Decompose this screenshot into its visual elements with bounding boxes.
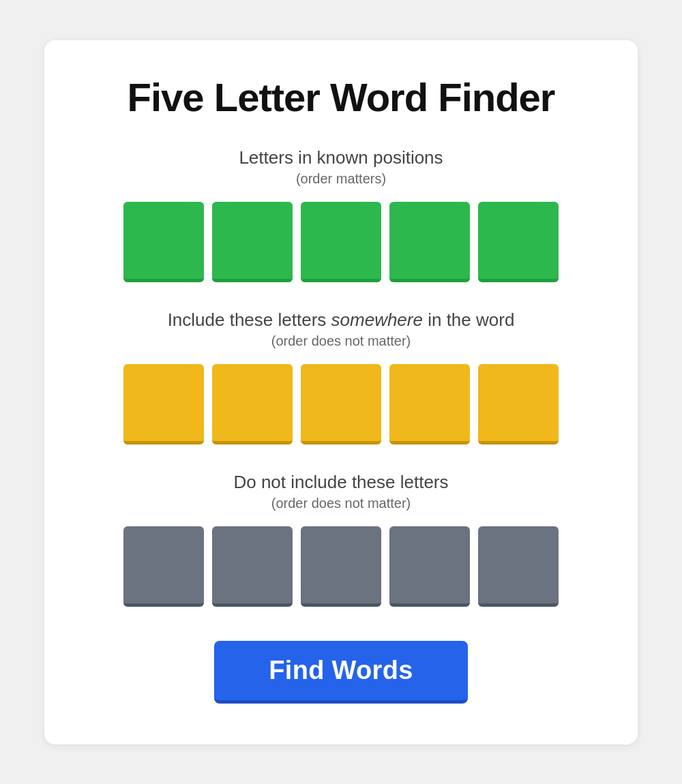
known-tile-1[interactable] (123, 202, 204, 282)
known-input-1[interactable] (123, 202, 204, 279)
known-input-4[interactable] (389, 202, 470, 279)
somewhere-title-italic: somewhere (331, 310, 423, 330)
main-card: Five Letter Word Finder Letters in known… (44, 40, 638, 744)
exclude-tile-2[interactable] (212, 526, 293, 607)
known-tile-3[interactable] (301, 202, 381, 282)
somewhere-title-prefix: Include these letters (168, 310, 331, 330)
exclude-tile-4[interactable] (389, 526, 470, 607)
known-tile-5[interactable] (478, 202, 559, 282)
known-input-2[interactable] (212, 202, 293, 279)
known-positions-section: Letters in known positions (order matter… (99, 147, 583, 282)
somewhere-input-5[interactable] (478, 364, 559, 441)
somewhere-tile-5[interactable] (478, 364, 559, 444)
somewhere-tile-4[interactable] (389, 364, 470, 444)
somewhere-input-1[interactable] (123, 364, 204, 441)
somewhere-section: Include these letters somewhere in the w… (99, 310, 583, 444)
somewhere-title: Include these letters somewhere in the w… (168, 310, 515, 331)
exclude-input-2[interactable] (212, 526, 293, 603)
exclude-tile-3[interactable] (301, 526, 381, 607)
exclude-section: Do not include these letters (order does… (99, 472, 583, 607)
known-input-3[interactable] (301, 202, 381, 279)
exclude-input-3[interactable] (301, 526, 381, 603)
somewhere-input-2[interactable] (212, 364, 293, 441)
somewhere-tile-3[interactable] (301, 364, 381, 444)
exclude-subtitle: (order does not matter) (271, 496, 411, 511)
exclude-input-1[interactable] (123, 526, 204, 603)
exclude-tiles (123, 526, 559, 607)
exclude-tile-5[interactable] (478, 526, 559, 607)
exclude-title: Do not include these letters (233, 472, 448, 493)
somewhere-input-3[interactable] (301, 364, 381, 441)
somewhere-subtitle: (order does not matter) (271, 333, 411, 349)
find-words-button[interactable]: Find Words (214, 641, 467, 704)
somewhere-input-4[interactable] (389, 364, 470, 441)
somewhere-tile-1[interactable] (123, 364, 204, 444)
somewhere-tile-2[interactable] (212, 364, 293, 444)
known-input-5[interactable] (478, 202, 559, 279)
exclude-tile-1[interactable] (123, 526, 204, 607)
known-positions-title: Letters in known positions (239, 147, 443, 168)
somewhere-title-suffix: in the word (423, 310, 514, 330)
page-title: Five Letter Word Finder (128, 74, 555, 120)
known-tile-4[interactable] (389, 202, 470, 282)
exclude-input-5[interactable] (478, 526, 559, 603)
known-positions-subtitle: (order matters) (296, 171, 386, 187)
known-tile-2[interactable] (212, 202, 293, 282)
somewhere-tiles (123, 364, 559, 444)
known-positions-tiles (123, 202, 559, 282)
exclude-input-4[interactable] (389, 526, 470, 603)
